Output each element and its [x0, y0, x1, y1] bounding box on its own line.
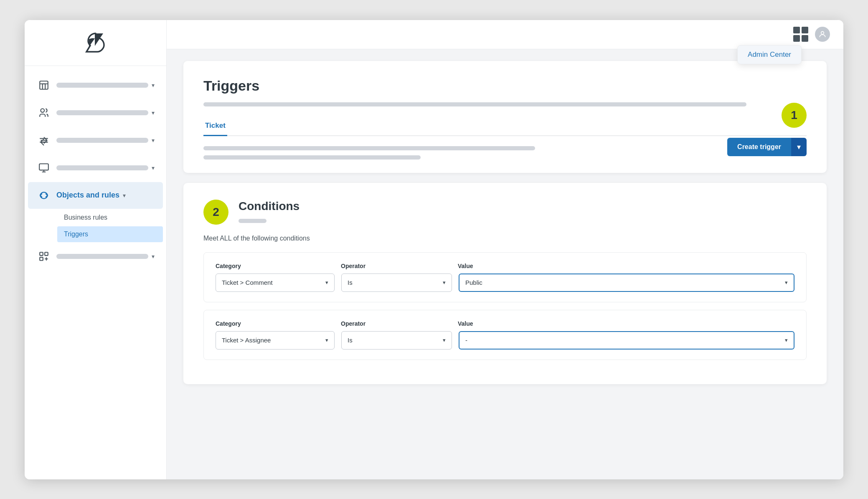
sidebar-nav: ▾ ▾ — [25, 66, 166, 479]
value-value-1: Public — [465, 279, 482, 286]
chevron-down-icon: ▾ — [123, 192, 126, 199]
create-trigger-btn: Create trigger ▾ — [727, 138, 807, 156]
value-label-2: Value — [458, 320, 794, 327]
svg-point-1 — [41, 109, 44, 112]
condition-fields-1: Ticket > Comment ▾ Is ▾ — [216, 274, 794, 292]
svg-rect-7 — [40, 257, 43, 261]
conditions-card: 2 Conditions Meet ALL of the following c… — [183, 183, 827, 384]
create-trigger-dropdown-button[interactable]: ▾ — [791, 138, 807, 156]
operator-select-2[interactable]: Is ▾ — [341, 331, 452, 350]
app-container: ▾ ▾ — [25, 20, 843, 479]
conditions-header-text: Conditions — [239, 200, 299, 223]
operator-label-2: Operator — [341, 320, 458, 327]
condition-row-1: Category Operator Value Ticket > Comment… — [203, 252, 807, 302]
chevron-down-icon: ▾ — [152, 253, 155, 260]
page-wrapper: Triggers Ticket 1 Create trigger ▾ — [167, 49, 843, 479]
nav-label-bar-home — [56, 83, 148, 88]
nav-label-bar-monitor — [56, 165, 148, 170]
page-title: Triggers — [203, 78, 807, 94]
monitor-icon — [36, 160, 51, 175]
loading-bar-1 — [203, 146, 535, 150]
step-1-badge: 1 — [782, 103, 807, 128]
user-avatar[interactable] — [815, 27, 830, 42]
category-label-1: Category — [216, 263, 341, 269]
value-value-2: - — [465, 337, 467, 344]
sidebar-item-objects-rules[interactable]: Objects and rules ▾ — [28, 182, 163, 209]
operator-chevron-1: ▾ — [443, 279, 446, 286]
chevron-down-icon: ▾ — [152, 165, 155, 171]
sidebar: ▾ ▾ — [25, 20, 167, 479]
condition-row-2: Category Operator Value Ticket > Assigne… — [203, 310, 807, 360]
sidebar-logo — [25, 20, 166, 66]
grid-cell-4 — [802, 35, 808, 42]
sidebar-item-arrows[interactable]: ▾ — [28, 127, 163, 154]
top-bar: Admin Center — [167, 20, 843, 49]
nav-label-bar-people — [56, 110, 148, 115]
chevron-down-icon: ▾ — [152, 82, 155, 89]
sidebar-item-home[interactable]: ▾ — [28, 72, 163, 99]
people-icon — [36, 105, 51, 120]
chevron-down-icon: ▾ — [152, 137, 155, 144]
svg-rect-6 — [45, 252, 48, 256]
category-label-2: Category — [216, 320, 341, 327]
category-select-inner-1: Ticket > Comment ▾ — [222, 279, 328, 286]
operator-select-inner-1: Is ▾ — [348, 279, 446, 286]
apps-icon — [36, 249, 51, 264]
value-select-inner-2: - ▾ — [465, 337, 788, 344]
value-select-1[interactable]: Public ▾ — [459, 274, 794, 292]
operator-chevron-2: ▾ — [443, 337, 446, 343]
sub-nav: Business rules Triggers — [25, 210, 166, 242]
admin-center-dropdown: Admin Center — [737, 45, 802, 64]
conditions-header: 2 Conditions — [203, 200, 807, 225]
condition-fields-2: Ticket > Assignee ▾ Is ▾ — [216, 331, 794, 350]
value-select-inner-1: Public ▾ — [465, 279, 788, 286]
objects-rules-icon — [36, 188, 51, 203]
admin-center-link[interactable]: Admin Center — [748, 51, 791, 58]
nav-label-bar-arrows — [56, 138, 148, 143]
tab-ticket[interactable]: Ticket — [203, 117, 227, 136]
loading-bar-2 — [203, 155, 421, 160]
sidebar-item-apps[interactable]: ▾ — [28, 243, 163, 270]
category-select-2[interactable]: Ticket > Assignee ▾ — [216, 331, 335, 350]
operator-value-2: Is — [348, 337, 353, 344]
meet-all-text: Meet ALL of the following conditions — [203, 235, 807, 242]
building-icon — [36, 78, 51, 93]
grid-cell-2 — [802, 27, 808, 33]
triggers-card: Triggers Ticket 1 Create trigger ▾ — [183, 61, 827, 173]
category-chevron-1: ▾ — [325, 279, 328, 286]
category-value-1: Ticket > Comment — [222, 279, 273, 286]
step-2-badge: 2 — [203, 200, 228, 225]
sidebar-item-people[interactable]: ▾ — [28, 99, 163, 126]
zendesk-logo — [83, 30, 108, 55]
category-select-1[interactable]: Ticket > Comment ▾ — [216, 274, 335, 292]
sidebar-item-business-rules[interactable]: Business rules — [57, 210, 163, 225]
operator-label-1: Operator — [341, 263, 458, 269]
conditions-loading-bar — [239, 219, 266, 223]
conditions-title: Conditions — [239, 200, 299, 213]
svg-rect-4 — [39, 164, 48, 170]
condition-labels-1: Category Operator Value — [216, 263, 794, 269]
svg-rect-0 — [40, 81, 48, 89]
value-chevron-1: ▾ — [785, 279, 788, 286]
arrows-icon — [36, 133, 51, 148]
sidebar-item-triggers[interactable]: Triggers — [57, 226, 163, 242]
operator-value-1: Is — [348, 279, 353, 286]
loading-bar-full — [203, 102, 746, 106]
value-label-1: Value — [458, 263, 794, 269]
nav-label-bar-apps — [56, 254, 148, 259]
create-trigger-main-button[interactable]: Create trigger — [727, 138, 791, 156]
chevron-down-icon: ▾ — [152, 109, 155, 116]
category-chevron-2: ▾ — [325, 337, 328, 343]
sidebar-item-label: Objects and rules — [56, 191, 119, 200]
sidebar-item-monitor[interactable]: ▾ — [28, 155, 163, 181]
condition-labels-2: Category Operator Value — [216, 320, 794, 327]
svg-point-8 — [821, 31, 824, 34]
value-chevron-2: ▾ — [785, 337, 788, 343]
value-select-2[interactable]: - ▾ — [459, 331, 794, 350]
category-value-2: Ticket > Assignee — [222, 337, 271, 344]
operator-select-1[interactable]: Is ▾ — [341, 274, 452, 292]
operator-select-inner-2: Is ▾ — [348, 337, 446, 344]
category-select-inner-2: Ticket > Assignee ▾ — [222, 337, 328, 344]
grid-menu-icon[interactable] — [793, 27, 808, 42]
tabs-row: Ticket — [203, 117, 807, 136]
